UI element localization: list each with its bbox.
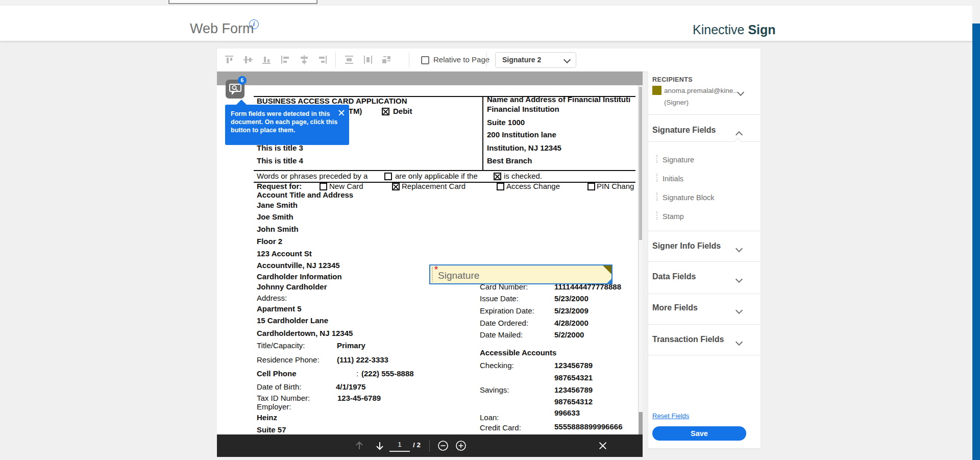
- tooltip-text: button to place them.: [231, 126, 336, 134]
- form-fields-tooltip: Form fields were detected in this docume…: [225, 105, 349, 145]
- date-ordered-label: Date Ordered:: [480, 319, 528, 328]
- field-selector-dropdown[interactable]: Signature 2: [495, 52, 576, 68]
- employer-label: Employer:: [257, 402, 291, 411]
- field-item-initials[interactable]: Initials: [663, 175, 683, 183]
- cell-phone-value: (222) 555-8888: [361, 369, 414, 378]
- section-transaction-fields[interactable]: Transaction Fields: [652, 335, 724, 344]
- page-navigation-bar: 1 / 2: [217, 434, 643, 457]
- account-title-line: Jane Smith: [257, 201, 298, 210]
- loan-label: Loan:: [480, 413, 499, 422]
- drag-handle-icon[interactable]: [432, 267, 433, 282]
- date-mailed-label: Date Mailed:: [480, 330, 523, 340]
- relative-to-page-label: Relative to Page: [433, 55, 489, 64]
- document-scrollbar[interactable]: [638, 85, 643, 412]
- cell-phone-label: Cell Phone: [257, 369, 297, 378]
- relative-to-page-checkbox[interactable]: [421, 56, 429, 64]
- info-icon[interactable]: i: [249, 19, 259, 29]
- align-bottom-icon[interactable]: [261, 54, 272, 65]
- align-horizontal-center-icon[interactable]: [299, 54, 310, 65]
- distribute-vertically-icon[interactable]: [344, 54, 355, 65]
- recipient-email: anoma.premalal@kine...: [664, 87, 739, 94]
- checking-label: Checking:: [480, 361, 514, 370]
- institution-line: Financial Institution: [487, 105, 559, 114]
- close-icon[interactable]: [598, 441, 607, 450]
- tax-id-label: Tax ID Number:: [257, 394, 310, 403]
- align-top-icon[interactable]: [224, 54, 235, 65]
- pin-change-checkbox: [587, 183, 595, 190]
- issue-date-value: 5/23/2000: [554, 294, 589, 303]
- signature-field-overlay[interactable]: * Signature: [429, 264, 612, 284]
- pin-change-label: PIN Chang: [597, 182, 634, 191]
- page-number-input[interactable]: 1: [389, 439, 410, 452]
- signature-field-label: Signature: [438, 270, 479, 281]
- reset-fields-link[interactable]: Reset Fields: [652, 412, 689, 420]
- issue-date-label: Issue Date:: [480, 294, 519, 303]
- savings-label: Savings:: [480, 385, 509, 395]
- section-signature-fields[interactable]: Signature Fields: [652, 126, 716, 135]
- institution-line: Suite 1000: [487, 118, 525, 127]
- match-size-icon[interactable]: [381, 54, 392, 65]
- checked-checkbox: [494, 173, 501, 180]
- align-left-icon[interactable]: [280, 54, 291, 65]
- account-title-line: Accountville, NJ 12345: [257, 261, 340, 270]
- section-signer-info-fields[interactable]: Signer Info Fields: [652, 241, 721, 251]
- doc-title-4: This is title 4: [257, 156, 303, 165]
- tax-id-value: 123-45-6789: [337, 394, 381, 403]
- field-item-signature-block[interactable]: Signature Block: [663, 193, 715, 202]
- page-scrollbar[interactable]: [972, 0, 980, 460]
- unchecked-checkbox: [384, 173, 392, 180]
- chevron-down-icon[interactable]: [738, 88, 743, 97]
- words-row-part1: Words or phrases preceded by a: [257, 172, 368, 181]
- loan-value: 996633: [554, 408, 580, 418]
- account-title-line: Joe Smith: [257, 212, 293, 222]
- chevron-down-icon[interactable]: [737, 244, 742, 253]
- access-change-checkbox: [497, 183, 504, 190]
- words-row-part2: are only applicable if the: [395, 172, 478, 181]
- tooltip-text: document. On each page, click this: [231, 118, 336, 126]
- page-bar-separator: [429, 440, 430, 452]
- chevron-down-icon[interactable]: [737, 306, 742, 315]
- brand-logo: Kinective Sign: [693, 22, 776, 37]
- sidebar-divider: [648, 355, 761, 355]
- top-strip: [0, 0, 980, 6]
- request-label: Request for:: [257, 182, 302, 191]
- expiration-date-value: 5/23/2009: [554, 306, 589, 316]
- employer-line: Suite 57: [257, 425, 286, 434]
- field-item-stamp[interactable]: Stamp: [663, 212, 684, 221]
- resize-handle[interactable]: [607, 279, 611, 283]
- table-border: [254, 170, 635, 171]
- align-right-icon[interactable]: [317, 54, 328, 65]
- chevron-down-icon[interactable]: [737, 337, 742, 347]
- debit-label: Debit: [393, 107, 412, 116]
- section-data-fields[interactable]: Data Fields: [652, 272, 696, 281]
- page-scrollbar-thumb[interactable]: [972, 23, 980, 460]
- distribute-horizontally-icon[interactable]: [362, 54, 374, 65]
- credit-card-value: 5555888899996666: [554, 422, 622, 431]
- document-scrollbar-thumb[interactable]: [639, 87, 642, 240]
- zoom-out-icon[interactable]: [437, 440, 449, 451]
- checking-value: 123456789: [554, 361, 593, 370]
- align-vertical-center-icon[interactable]: [242, 54, 254, 65]
- close-icon[interactable]: [338, 110, 345, 116]
- institution-line: Best Branch: [487, 156, 532, 165]
- recipient-role: (Signer): [664, 99, 689, 106]
- field-selector-value: Signature 2: [502, 53, 541, 67]
- recipient-color-swatch: [652, 86, 662, 95]
- zoom-in-icon[interactable]: [455, 440, 467, 451]
- date-mailed-value: 5/2/2000: [554, 330, 584, 340]
- save-button[interactable]: Save: [652, 426, 746, 441]
- account-title-heading: Account Title and Address: [257, 190, 353, 200]
- residence-phone-label: Residence Phone:: [257, 355, 320, 365]
- fields-sidebar: RECIPIENTS anoma.premalal@kine... (Signe…: [648, 71, 761, 448]
- residence-phone-value: (111) 222-3333: [337, 355, 388, 365]
- previous-page-icon[interactable]: [354, 440, 365, 451]
- chevron-down-icon[interactable]: [737, 275, 742, 284]
- pdf-viewer: BUSINESS ACCESS CARD APPLICATION (ATM) D…: [217, 71, 643, 457]
- section-more-fields[interactable]: More Fields: [652, 303, 698, 312]
- next-page-icon[interactable]: [374, 440, 385, 451]
- field-item-signature[interactable]: Signature: [663, 156, 694, 164]
- dob-value: 4/1/1975: [336, 382, 365, 392]
- toolbar-separator: [335, 53, 336, 67]
- required-marker: *: [434, 264, 438, 275]
- new-card-label: New Card: [329, 182, 363, 191]
